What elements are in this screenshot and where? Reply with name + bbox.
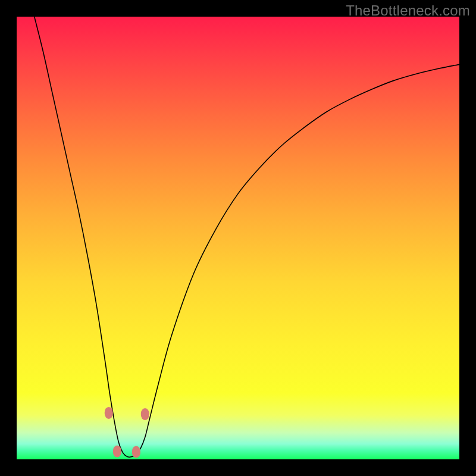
curve-marker — [105, 407, 113, 419]
curve-marker — [132, 446, 140, 458]
curve-marker — [141, 408, 149, 420]
attribution-text: TheBottleneck.com — [346, 2, 470, 19]
curve-markers — [105, 407, 149, 458]
bottleneck-curve — [35, 17, 459, 457]
curve-marker — [113, 446, 121, 458]
chart-frame — [17, 17, 459, 459]
bottleneck-plot — [17, 17, 459, 459]
